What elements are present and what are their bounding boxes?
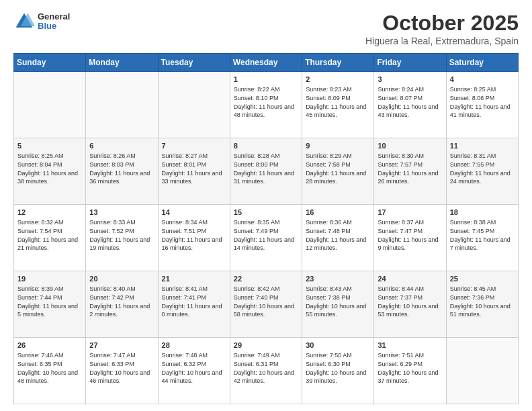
calendar-cell: 19Sunrise: 8:39 AMSunset: 7:44 PMDayligh… <box>14 271 86 338</box>
calendar-cell: 4Sunrise: 8:25 AMSunset: 8:06 PMDaylight… <box>446 72 518 138</box>
cell-info: Sunrise: 8:25 AMSunset: 8:04 PMDaylight:… <box>17 152 82 185</box>
calendar-header-tuesday: Tuesday <box>158 54 230 72</box>
cell-info: Sunrise: 8:42 AMSunset: 7:40 PMDaylight:… <box>234 285 298 318</box>
calendar-header-monday: Monday <box>86 54 158 72</box>
day-number: 15 <box>234 208 298 218</box>
day-number: 31 <box>378 340 442 351</box>
logo-blue: Blue <box>38 21 70 31</box>
cell-info: Sunrise: 8:32 AMSunset: 7:54 PMDaylight:… <box>17 218 82 252</box>
logo-icon <box>13 11 35 32</box>
cell-info: Sunrise: 8:22 AMSunset: 8:10 PMDaylight:… <box>234 85 298 119</box>
day-number: 11 <box>450 141 515 151</box>
day-number: 10 <box>378 141 442 151</box>
calendar-cell: 13Sunrise: 8:33 AMSunset: 7:52 PMDayligh… <box>86 205 158 271</box>
calendar-header-row: SundayMondayTuesdayWednesdayThursdayFrid… <box>14 54 519 72</box>
calendar-cell: 30Sunrise: 7:50 AMSunset: 6:30 PMDayligh… <box>302 338 374 404</box>
calendar-cell: 14Sunrise: 8:34 AMSunset: 7:51 PMDayligh… <box>158 205 230 271</box>
logo-general: General <box>38 12 70 21</box>
calendar-cell: 5Sunrise: 8:25 AMSunset: 8:04 PMDaylight… <box>14 138 86 205</box>
day-number: 22 <box>234 274 298 284</box>
calendar-cell: 25Sunrise: 8:45 AMSunset: 7:36 PMDayligh… <box>446 271 518 338</box>
cell-info: Sunrise: 8:30 AMSunset: 7:57 PMDaylight:… <box>378 152 442 185</box>
day-number: 16 <box>306 208 370 218</box>
day-number: 29 <box>234 340 298 351</box>
calendar-header-wednesday: Wednesday <box>230 54 302 72</box>
day-number: 6 <box>89 141 154 151</box>
calendar-cell: 17Sunrise: 8:37 AMSunset: 7:47 PMDayligh… <box>374 205 446 271</box>
calendar-week-3: 12Sunrise: 8:32 AMSunset: 7:54 PMDayligh… <box>14 205 519 271</box>
day-number: 9 <box>306 141 370 151</box>
calendar-week-1: 1Sunrise: 8:22 AMSunset: 8:10 PMDaylight… <box>14 72 519 138</box>
cell-info: Sunrise: 8:37 AMSunset: 7:47 PMDaylight:… <box>378 218 442 252</box>
cell-info: Sunrise: 8:39 AMSunset: 7:44 PMDaylight:… <box>17 285 82 318</box>
cell-info: Sunrise: 8:25 AMSunset: 8:06 PMDaylight:… <box>450 85 515 119</box>
cell-info: Sunrise: 8:44 AMSunset: 7:37 PMDaylight:… <box>378 285 442 318</box>
calendar-header-thursday: Thursday <box>302 54 374 72</box>
calendar-cell: 12Sunrise: 8:32 AMSunset: 7:54 PMDayligh… <box>14 205 86 271</box>
subtitle: Higuera la Real, Extremadura, Spain <box>365 36 519 46</box>
calendar-cell: 2Sunrise: 8:23 AMSunset: 8:09 PMDaylight… <box>302 72 374 138</box>
cell-info: Sunrise: 8:38 AMSunset: 7:45 PMDaylight:… <box>450 218 515 252</box>
cell-info: Sunrise: 7:46 AMSunset: 6:35 PMDaylight:… <box>17 351 82 385</box>
calendar-cell: 21Sunrise: 8:41 AMSunset: 7:41 PMDayligh… <box>158 271 230 338</box>
cell-info: Sunrise: 8:23 AMSunset: 8:09 PMDaylight:… <box>306 85 370 119</box>
calendar-cell: 22Sunrise: 8:42 AMSunset: 7:40 PMDayligh… <box>230 271 302 338</box>
header: General Blue October 2025 Higuera la Rea… <box>13 11 519 46</box>
day-number: 14 <box>162 208 226 218</box>
calendar-week-5: 26Sunrise: 7:46 AMSunset: 6:35 PMDayligh… <box>14 338 519 404</box>
title-block: October 2025 Higuera la Real, Extremadur… <box>365 11 519 46</box>
calendar-cell: 6Sunrise: 8:26 AMSunset: 8:03 PMDaylight… <box>86 138 158 205</box>
calendar-cell: 10Sunrise: 8:30 AMSunset: 7:57 PMDayligh… <box>374 138 446 205</box>
day-number: 18 <box>450 208 515 218</box>
calendar-cell: 27Sunrise: 7:47 AMSunset: 6:33 PMDayligh… <box>86 338 158 404</box>
calendar-cell <box>158 72 230 138</box>
day-number: 30 <box>306 340 370 351</box>
calendar-cell <box>86 72 158 138</box>
day-number: 1 <box>234 75 298 85</box>
day-number: 5 <box>17 141 82 151</box>
page: General Blue October 2025 Higuera la Rea… <box>0 0 532 411</box>
cell-info: Sunrise: 7:49 AMSunset: 6:31 PMDaylight:… <box>234 351 298 385</box>
cell-info: Sunrise: 8:35 AMSunset: 7:49 PMDaylight:… <box>234 218 298 252</box>
calendar-cell <box>446 338 518 404</box>
calendar-week-2: 5Sunrise: 8:25 AMSunset: 8:04 PMDaylight… <box>14 138 519 205</box>
day-number: 19 <box>17 274 82 284</box>
calendar-header-friday: Friday <box>374 54 446 72</box>
calendar-cell: 24Sunrise: 8:44 AMSunset: 7:37 PMDayligh… <box>374 271 446 338</box>
cell-info: Sunrise: 8:36 AMSunset: 7:48 PMDaylight:… <box>306 218 370 252</box>
day-number: 23 <box>306 274 370 284</box>
calendar-week-4: 19Sunrise: 8:39 AMSunset: 7:44 PMDayligh… <box>14 271 519 338</box>
cell-info: Sunrise: 7:50 AMSunset: 6:30 PMDaylight:… <box>306 351 370 385</box>
calendar-cell: 31Sunrise: 7:51 AMSunset: 6:29 PMDayligh… <box>374 338 446 404</box>
day-number: 28 <box>162 340 226 351</box>
day-number: 12 <box>17 208 82 218</box>
cell-info: Sunrise: 8:43 AMSunset: 7:38 PMDaylight:… <box>306 285 370 318</box>
cell-info: Sunrise: 8:34 AMSunset: 7:51 PMDaylight:… <box>162 218 226 252</box>
day-number: 13 <box>89 208 154 218</box>
cell-info: Sunrise: 7:47 AMSunset: 6:33 PMDaylight:… <box>89 351 154 385</box>
calendar-cell: 20Sunrise: 8:40 AMSunset: 7:42 PMDayligh… <box>86 271 158 338</box>
day-number: 27 <box>89 340 154 351</box>
day-number: 3 <box>378 75 442 85</box>
cell-info: Sunrise: 8:26 AMSunset: 8:03 PMDaylight:… <box>89 152 154 185</box>
cell-info: Sunrise: 8:31 AMSunset: 7:55 PMDaylight:… <box>450 152 515 185</box>
calendar: SundayMondayTuesdayWednesdayThursdayFrid… <box>13 53 519 404</box>
cell-info: Sunrise: 8:27 AMSunset: 8:01 PMDaylight:… <box>162 152 226 185</box>
calendar-cell: 26Sunrise: 7:46 AMSunset: 6:35 PMDayligh… <box>14 338 86 404</box>
day-number: 2 <box>306 75 370 85</box>
cell-info: Sunrise: 8:28 AMSunset: 8:00 PMDaylight:… <box>234 152 298 185</box>
cell-info: Sunrise: 8:40 AMSunset: 7:42 PMDaylight:… <box>89 285 154 318</box>
calendar-cell: 1Sunrise: 8:22 AMSunset: 8:10 PMDaylight… <box>230 72 302 138</box>
main-title: October 2025 <box>365 11 519 36</box>
cell-info: Sunrise: 7:51 AMSunset: 6:29 PMDaylight:… <box>378 351 442 385</box>
logo-text: General Blue <box>38 12 70 32</box>
calendar-cell: 23Sunrise: 8:43 AMSunset: 7:38 PMDayligh… <box>302 271 374 338</box>
day-number: 17 <box>378 208 442 218</box>
calendar-cell: 28Sunrise: 7:48 AMSunset: 6:32 PMDayligh… <box>158 338 230 404</box>
cell-info: Sunrise: 8:29 AMSunset: 7:58 PMDaylight:… <box>306 152 370 185</box>
logo: General Blue <box>13 11 70 32</box>
day-number: 26 <box>17 340 82 351</box>
calendar-cell: 3Sunrise: 8:24 AMSunset: 8:07 PMDaylight… <box>374 72 446 138</box>
day-number: 24 <box>378 274 442 284</box>
day-number: 8 <box>234 141 298 151</box>
